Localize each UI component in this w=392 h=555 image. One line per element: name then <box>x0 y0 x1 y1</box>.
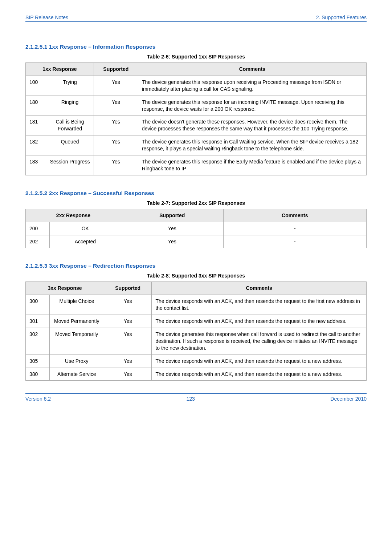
table-row: 300 Multiple Choice Yes The device respo… <box>26 295 367 315</box>
cell-code: 180 <box>26 96 46 116</box>
cell-code: 305 <box>26 355 50 368</box>
cell-comment: The device generates this response in Ca… <box>138 135 366 155</box>
table-row: 301 Moved Permanently Yes The device res… <box>26 315 367 328</box>
cell-name: Trying <box>46 76 94 96</box>
section-heading-2xx: 2.1.2.5.2 2xx Response – Successful Resp… <box>25 190 367 197</box>
cell-supported: Yes <box>94 116 138 135</box>
th-comments: Comments <box>223 209 366 222</box>
table-row: 380 Alternate Service Yes The device res… <box>26 368 367 381</box>
cell-comment: - <box>223 235 366 248</box>
cell-comment: The device generates this response for a… <box>138 96 366 116</box>
table-caption-2xx: Table 2-7: Supported 2xx SIP Responses <box>25 200 367 206</box>
cell-supported: Yes <box>94 96 138 116</box>
cell-comment: The device generates this response upon … <box>138 76 366 96</box>
cell-name: Ringing <box>46 96 94 116</box>
cell-supported: Yes <box>121 222 223 235</box>
cell-name: Multiple Choice <box>49 295 104 315</box>
th-response: 2xx Response <box>26 209 121 222</box>
table-row: 202 Accepted Yes - <box>26 235 367 248</box>
th-comments: Comments <box>138 63 366 76</box>
table-row: 305 Use Proxy Yes The device responds wi… <box>26 355 367 368</box>
section-1xx: 2.1.2.5.1 1xx Response – Information Res… <box>25 44 367 175</box>
cell-code: 181 <box>26 116 46 135</box>
cell-comment: - <box>223 222 366 235</box>
table-row: 302 Moved Temporarily Yes The device gen… <box>26 328 367 355</box>
cell-comment: The device generates this response when … <box>152 328 367 355</box>
cell-name: Call is Being Forwarded <box>46 116 94 135</box>
cell-supported: Yes <box>104 368 151 381</box>
th-response: 1xx Response <box>26 63 94 76</box>
cell-supported: Yes <box>104 295 151 315</box>
th-supported: Supported <box>94 63 138 76</box>
cell-name: Alternate Service <box>49 368 104 381</box>
table-caption-1xx: Table 2-6: Supported 1xx SIP Responses <box>25 54 367 60</box>
header-left: SIP Release Notes <box>25 15 68 20</box>
section-3xx: 2.1.2.5.3 3xx Response – Redirection Res… <box>25 263 367 381</box>
table-row: 181 Call is Being Forwarded Yes The devi… <box>26 116 367 135</box>
table-row: 200 OK Yes - <box>26 222 367 235</box>
cell-name: OK <box>49 222 121 235</box>
footer-page-number: 123 <box>187 396 195 402</box>
th-response: 3xx Response <box>26 282 104 295</box>
cell-supported: Yes <box>104 315 151 328</box>
table-3xx: 3xx Response Supported Comments 300 Mult… <box>25 281 367 381</box>
table-1xx: 1xx Response Supported Comments 100 Tryi… <box>25 62 367 175</box>
section-heading-3xx: 2.1.2.5.3 3xx Response – Redirection Res… <box>25 263 367 269</box>
header-right: 2. Supported Features <box>316 15 367 20</box>
table-header-row: 3xx Response Supported Comments <box>26 282 367 295</box>
cell-comment: The device doesn't generate these respon… <box>138 116 366 135</box>
table-row: 100 Trying Yes The device generates this… <box>26 76 367 96</box>
cell-name: Accepted <box>49 235 121 248</box>
cell-code: 301 <box>26 315 50 328</box>
cell-code: 183 <box>26 155 46 175</box>
cell-name: Moved Permanently <box>49 315 104 328</box>
table-row: 180 Ringing Yes The device generates thi… <box>26 96 367 116</box>
cell-name: Session Progress <box>46 155 94 175</box>
cell-comment: The device generates this response if th… <box>138 155 366 175</box>
section-2xx: 2.1.2.5.2 2xx Response – Successful Resp… <box>25 190 367 248</box>
cell-supported: Yes <box>94 155 138 175</box>
cell-code: 200 <box>26 222 50 235</box>
table-row: 182 Queued Yes The device generates this… <box>26 135 367 155</box>
cell-name: Use Proxy <box>49 355 104 368</box>
cell-comment: The device responds with an ACK, and the… <box>152 315 367 328</box>
cell-comment: The device responds with an ACK, and the… <box>152 355 367 368</box>
cell-name: Queued <box>46 135 94 155</box>
page-footer: Version 6.2 123 December 2010 <box>25 393 367 402</box>
cell-code: 202 <box>26 235 50 248</box>
cell-supported: Yes <box>104 355 151 368</box>
footer-right: December 2010 <box>330 396 367 402</box>
cell-supported: Yes <box>94 135 138 155</box>
th-supported: Supported <box>104 282 151 295</box>
cell-name: Moved Temporarily <box>49 328 104 355</box>
footer-left: Version 6.2 <box>25 396 51 402</box>
cell-code: 380 <box>26 368 50 381</box>
cell-comment: The device responds with an ACK, and the… <box>152 295 367 315</box>
table-2xx: 2xx Response Supported Comments 200 OK Y… <box>25 209 367 248</box>
th-comments: Comments <box>152 282 367 295</box>
cell-code: 300 <box>26 295 50 315</box>
cell-comment: The device responds with an ACK, and the… <box>152 368 367 381</box>
section-heading-1xx: 2.1.2.5.1 1xx Response – Information Res… <box>25 44 367 50</box>
table-header-row: 2xx Response Supported Comments <box>26 209 367 222</box>
cell-code: 100 <box>26 76 46 96</box>
cell-supported: Yes <box>121 235 223 248</box>
table-header-row: 1xx Response Supported Comments <box>26 63 367 76</box>
cell-supported: Yes <box>94 76 138 96</box>
th-supported: Supported <box>121 209 223 222</box>
table-row: 183 Session Progress Yes The device gene… <box>26 155 367 175</box>
cell-supported: Yes <box>104 328 151 355</box>
cell-code: 182 <box>26 135 46 155</box>
cell-code: 302 <box>26 328 50 355</box>
table-caption-3xx: Table 2-8: Supported 3xx SIP Responses <box>25 273 367 279</box>
page-header: SIP Release Notes 2. Supported Features <box>25 15 367 22</box>
